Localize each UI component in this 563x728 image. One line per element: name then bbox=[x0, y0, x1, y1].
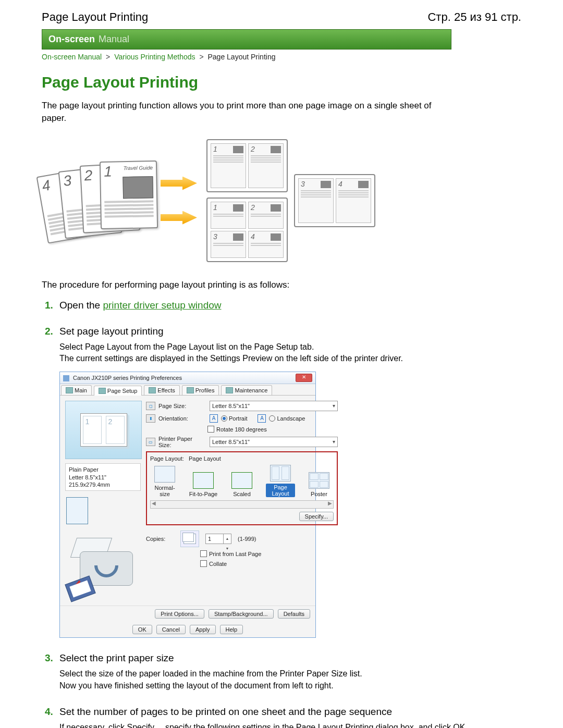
help-button[interactable]: Help bbox=[220, 625, 243, 634]
step3-body2: Now you have finished setting the layout… bbox=[59, 680, 487, 692]
opt-page-layout[interactable]: Page Layout bbox=[266, 465, 295, 497]
step4-body: If necessary, click Specify..., specify … bbox=[59, 722, 487, 728]
page-layout-value: Page Layout bbox=[189, 455, 221, 462]
printing-preferences-dialog: Canon JX210P series Printing Preferences… bbox=[59, 372, 316, 638]
tab-icon bbox=[149, 387, 156, 393]
step3-head: Select the print paper size bbox=[59, 652, 521, 664]
printer-paper-size-combo[interactable]: Letter 8.5"x11" bbox=[210, 437, 338, 447]
step2-head: Set page layout printing bbox=[59, 326, 521, 337]
arrow-icon bbox=[161, 211, 197, 225]
breadcrumb: On-screen Manual > Various Printing Meth… bbox=[42, 50, 521, 63]
collate-checkbox[interactable]: Collate bbox=[200, 560, 227, 567]
step-4: Set the number of pages to be printed on… bbox=[45, 706, 521, 728]
arrow-icon bbox=[161, 177, 197, 190]
copies-spinner[interactable]: 1 ▲▼ bbox=[205, 534, 231, 544]
ok-button[interactable]: OK bbox=[132, 625, 152, 634]
procedure-lead: The procedure for performing page layout… bbox=[42, 280, 521, 290]
step-2: Set page layout printing Select Page Lay… bbox=[45, 326, 521, 638]
stamp-background-button[interactable]: Stamp/Background... bbox=[209, 609, 274, 619]
landscape-a-icon: A bbox=[258, 414, 266, 423]
cancel-button[interactable]: Cancel bbox=[156, 625, 186, 634]
tab-effects[interactable]: Effects bbox=[144, 385, 179, 395]
paper-info: Plain Paper Letter 8.5"x11" 215.9x279.4m… bbox=[65, 463, 141, 491]
printer-illustration bbox=[65, 533, 138, 600]
paper-swatch-icon bbox=[66, 497, 88, 524]
portrait-a-icon: A bbox=[210, 414, 218, 423]
banner-strong: On-screen bbox=[48, 34, 95, 44]
page-size-icon: ◻ bbox=[146, 402, 155, 410]
opt-fit-to-page[interactable]: Fit-to-Page bbox=[189, 472, 218, 497]
page-num-3: 3 bbox=[63, 172, 72, 189]
step4-head: Set the number of pages to be printed on… bbox=[59, 706, 521, 718]
breadcrumb-sep: > bbox=[197, 53, 205, 61]
intro-text: The page layout printing function allows… bbox=[42, 100, 448, 125]
page-num-2: 2 bbox=[84, 167, 93, 184]
tab-page-setup[interactable]: Page Setup bbox=[94, 386, 142, 396]
copies-label: Copies: bbox=[146, 536, 177, 542]
manual-banner: On-screen Manual bbox=[42, 29, 451, 50]
opt-scaled[interactable]: Scaled bbox=[227, 472, 256, 497]
concept-figure: 4 3 2 1 Travel Guide 1 2 1 2 3 4 bbox=[42, 139, 521, 262]
result-4up-illustration: 1 2 3 4 bbox=[206, 198, 288, 262]
running-head-right: Стр. 25 из 91 стр. bbox=[427, 10, 521, 24]
copies-icon bbox=[180, 530, 199, 547]
page-title: Page Layout Printing bbox=[42, 73, 521, 91]
print-options-button[interactable]: Print Options... bbox=[155, 609, 204, 619]
tab-icon bbox=[99, 388, 106, 394]
banner-rest: Manual bbox=[99, 34, 129, 44]
page-size-combo[interactable]: Letter 8.5"x11" bbox=[210, 401, 338, 411]
step2-body1: Select Page Layout from the Page Layout … bbox=[59, 341, 487, 353]
settings-preview bbox=[65, 401, 142, 459]
layout-scrollbar[interactable] bbox=[150, 500, 334, 509]
rotate-180-checkbox[interactable]: Rotate 180 degrees bbox=[207, 426, 267, 433]
apply-button[interactable]: Apply bbox=[190, 625, 216, 634]
stacked-pages-illustration: 4 3 2 1 Travel Guide bbox=[42, 159, 151, 242]
orientation-icon: ⬍ bbox=[146, 414, 155, 423]
running-head-left: Page Layout Printing bbox=[42, 10, 148, 24]
defaults-button[interactable]: Defaults bbox=[278, 609, 310, 619]
app-icon bbox=[63, 375, 69, 381]
result-2up-illustration: 1 2 bbox=[206, 139, 288, 192]
step-1: Open the printer driver setup window bbox=[45, 300, 521, 311]
breadcrumb-home[interactable]: On-screen Manual bbox=[42, 53, 102, 61]
step1-lead: Open the bbox=[59, 300, 103, 311]
orientation-label: Orientation: bbox=[158, 415, 206, 422]
copies-range: (1-999) bbox=[238, 536, 256, 542]
breadcrumb-section[interactable]: Various Printing Methods bbox=[114, 53, 195, 61]
portrait-radio[interactable]: Portrait bbox=[221, 415, 247, 422]
thumb-title: Travel Guide bbox=[123, 165, 153, 171]
opt-poster[interactable]: Poster bbox=[304, 472, 334, 497]
breadcrumb-sep: > bbox=[104, 53, 112, 61]
page-size-label: Page Size: bbox=[158, 403, 206, 409]
tab-main[interactable]: Main bbox=[61, 385, 92, 395]
tab-profiles[interactable]: Profiles bbox=[182, 385, 219, 395]
page-layout-group: Page Layout: Page Layout Normal-size bbox=[146, 451, 338, 525]
close-button[interactable]: ✕ bbox=[296, 374, 312, 382]
printer-paper-size-icon: ▭ bbox=[146, 438, 155, 446]
page-num-1: 1 bbox=[104, 163, 112, 180]
specify-button[interactable]: Specify... bbox=[299, 512, 334, 521]
step-3: Select the print paper size Select the s… bbox=[45, 652, 521, 692]
dialog-title: Canon JX210P series Printing Preferences bbox=[73, 375, 182, 381]
landscape-radio[interactable]: Landscape bbox=[269, 415, 305, 422]
photo-placeholder-icon bbox=[123, 176, 153, 199]
step2-body2: The current settings are displayed in th… bbox=[59, 353, 487, 364]
opt-normal-size[interactable]: Normal-size bbox=[150, 466, 179, 497]
tab-maintenance[interactable]: Maintenance bbox=[221, 385, 272, 395]
tab-icon bbox=[226, 387, 233, 393]
result-2up-illustration: 3 4 bbox=[294, 174, 375, 227]
step3-body1: Select the size of the paper loaded in t… bbox=[59, 668, 487, 680]
tab-strip: Main Page Setup Effects Profiles Mainten… bbox=[60, 384, 315, 396]
page-layout-label: Page Layout: bbox=[150, 455, 184, 462]
tab-icon bbox=[187, 387, 194, 393]
breadcrumb-current: Page Layout Printing bbox=[207, 53, 275, 61]
printer-paper-size-label: Printer Paper Size: bbox=[158, 436, 206, 448]
page-num-4: 4 bbox=[41, 177, 52, 194]
tab-icon bbox=[66, 387, 73, 393]
printer-driver-setup-link[interactable]: printer driver setup window bbox=[103, 300, 221, 311]
